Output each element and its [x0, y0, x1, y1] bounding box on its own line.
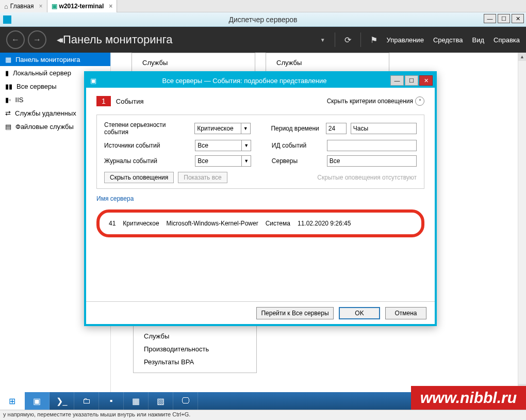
tab-close-icon[interactable]: ×	[109, 3, 112, 10]
taskbar-powershell[interactable]: ❯_	[50, 392, 74, 410]
tab-terminal[interactable]: ▣ w2012-terminal ×	[47, 0, 118, 12]
start-button[interactable]: ⊞	[0, 392, 25, 410]
window-titlebar: Диспетчер серверов — ☐ ✕	[0, 12, 526, 27]
sidebar-item-label: Локальный сервер	[13, 69, 71, 77]
bg-row-perf: Производительность	[144, 343, 246, 356]
vertical-scrollbar[interactable]: ▲ ▼	[518, 53, 526, 392]
hidden-alerts-status: Скрытые оповещения отсутствуют	[317, 174, 417, 181]
servers-combo[interactable]: Все	[327, 155, 417, 167]
hide-criteria-toggle[interactable]: Скрыть критерии оповещения ˄	[327, 96, 424, 106]
event-log: Система	[266, 220, 290, 227]
dialog-body: 1 События Скрыть критерии оповещения ˄ С…	[86, 88, 435, 301]
logs-combo[interactable]: Все ▼	[195, 155, 251, 167]
watermark: www.nibbl.ru	[411, 386, 526, 410]
browser-tabs: Главная × ▣ w2012-terminal ×	[0, 0, 526, 12]
eventid-label: ИД событий	[272, 142, 323, 149]
separator	[335, 33, 335, 47]
bg-panel-right: Службы	[266, 53, 389, 73]
hide-alerts-button[interactable]: Скрыть оповещения	[104, 172, 174, 183]
taskbar-cmd[interactable]: ▪	[99, 392, 124, 410]
bg-row-services: Службы	[144, 330, 246, 343]
files-icon: ▤	[5, 123, 11, 131]
logs-value: Все	[198, 157, 208, 165]
chevron-down-icon: ▼	[241, 156, 251, 166]
taskbar-app3[interactable]: 🖵	[173, 392, 198, 410]
statusbar: у напрямую, переместите указатель мыши в…	[0, 410, 526, 420]
eventid-input[interactable]	[327, 140, 417, 151]
remote-icon: ⇄	[5, 109, 11, 117]
server-icon: ▣	[52, 3, 57, 10]
refresh-icon[interactable]: ⟳	[344, 35, 351, 45]
column-server-name[interactable]: Имя сервера	[96, 193, 424, 202]
scroll-up-icon[interactable]: ▲	[518, 53, 526, 61]
dashboard-icon: ▦	[5, 56, 11, 63]
severity-label: Степени серьезности события	[104, 121, 190, 136]
chevron-up-icon: ˄	[415, 96, 424, 106]
dropdown-icon[interactable]: ▼	[320, 37, 325, 43]
period-input[interactable]	[326, 123, 347, 134]
sources-label: Источники событий	[104, 142, 191, 149]
manage-link[interactable]: Управление	[387, 36, 424, 44]
tab-close-icon[interactable]: ×	[39, 3, 43, 10]
server-icon: ▮	[5, 69, 9, 77]
ribbon-header: ← → ◂◂ Панель мониторинга ▼ ⟳ ⚑ Управлен…	[0, 27, 526, 53]
hide-criteria-label: Скрыть критерии оповещения	[327, 98, 413, 105]
logs-label: Журналы событий	[104, 157, 191, 165]
window-controls: — ☐ ✕	[484, 14, 524, 23]
maximize-button[interactable]: ☐	[498, 14, 510, 23]
events-dialog: ▣ Все серверы — События: подробное предс…	[84, 71, 437, 326]
sources-combo[interactable]: Все ▼	[195, 140, 251, 151]
taskbar-server-manager[interactable]: ▣	[25, 392, 50, 410]
event-severity: Критическое	[123, 220, 159, 227]
tools-link[interactable]: Средства	[433, 36, 463, 44]
tab-home-label: Главная	[10, 3, 34, 10]
tab-terminal-label: w2012-terminal	[59, 3, 104, 10]
severity-value: Критическое	[197, 125, 233, 132]
tab-home[interactable]: Главная ×	[0, 0, 47, 12]
show-all-button[interactable]: Показать все	[178, 172, 227, 183]
event-time: 11.02.2020 9:26:45	[298, 220, 351, 227]
dialog-maximize-button[interactable]: ☐	[405, 75, 418, 86]
dialog-footer: Перейти к Все серверы OK Отмена	[86, 301, 435, 324]
period-unit-combo[interactable]: Часы	[351, 123, 417, 134]
taskbar-explorer[interactable]: 🗀	[74, 392, 99, 410]
servers-icon: ▮▮	[5, 83, 12, 90]
events-label: События	[116, 98, 144, 105]
cancel-button[interactable]: Отмена	[385, 307, 426, 319]
sidebar-item-label: Панель мониторинга	[15, 56, 80, 63]
bg-panel-left: Службы	[132, 53, 255, 73]
event-count-badge: 1	[96, 96, 111, 106]
sidebar-item-dashboard[interactable]: ▦ Панель мониторинга	[0, 53, 110, 66]
forward-button[interactable]: →	[28, 30, 46, 49]
chevron-left-icon: ◂◂	[57, 34, 60, 45]
goto-servers-button[interactable]: Перейти к Все серверы	[256, 307, 334, 319]
severity-combo[interactable]: Критическое ▼	[194, 123, 250, 134]
dialog-titlebar[interactable]: ▣ Все серверы — События: подробное предс…	[86, 73, 435, 88]
taskbar-app1[interactable]: ▦	[124, 392, 149, 410]
iis-icon: ▮◦	[5, 96, 11, 104]
minimize-button[interactable]: —	[484, 14, 496, 23]
sidebar-item-label: IIS	[15, 96, 24, 104]
home-icon	[4, 3, 8, 10]
chevron-down-icon: ▼	[241, 140, 251, 151]
dialog-icon: ▣	[88, 77, 98, 85]
filter-panel: Степени серьезности события Критическое …	[96, 115, 424, 189]
help-link[interactable]: Справка	[494, 36, 520, 44]
view-link[interactable]: Вид	[472, 36, 484, 44]
bg-panel-row: Службы	[142, 56, 244, 69]
event-row-highlighted[interactable]: 41 Критическое Microsoft-Windows-Kernel-…	[96, 209, 424, 237]
flag-icon[interactable]: ⚑	[370, 35, 377, 45]
dialog-close-button[interactable]: ✕	[419, 75, 433, 86]
taskbar-app2[interactable]: ▧	[149, 392, 173, 410]
sidebar-item-label: Службы удаленных	[15, 109, 76, 117]
separator	[360, 33, 361, 47]
dialog-minimize-button[interactable]: —	[390, 75, 404, 86]
back-button[interactable]: ←	[6, 30, 25, 49]
bg-panel-lower: Службы Производительность Результаты BPA	[133, 325, 257, 373]
app-icon	[3, 15, 11, 24]
ok-button[interactable]: OK	[339, 307, 380, 319]
close-button[interactable]: ✕	[512, 14, 524, 23]
window-title: Диспетчер серверов	[228, 15, 297, 24]
dialog-title: Все серверы — События: подробное предста…	[98, 77, 390, 85]
sidebar-item-label: Файловые службы	[15, 123, 74, 131]
